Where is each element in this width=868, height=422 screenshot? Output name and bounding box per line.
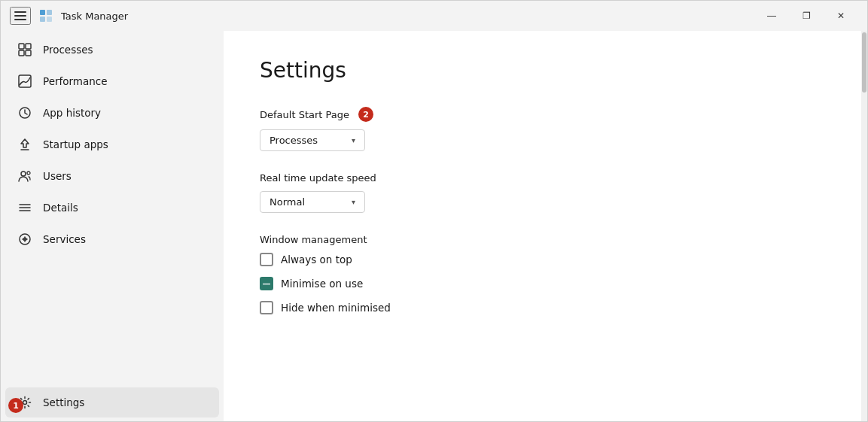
sidebar: Processes Performance: [1, 31, 224, 421]
sidebar-item-startup-apps[interactable]: Startup apps: [5, 129, 219, 159]
hide-when-minimised-row: Hide when minimised: [260, 301, 831, 314]
default-start-page-badge: 2: [358, 107, 373, 122]
titlebar-left: Task Manager: [10, 7, 754, 25]
performance-icon: [17, 74, 32, 89]
settings-badge: 1: [8, 398, 23, 413]
sidebar-item-app-history[interactable]: App history: [5, 98, 219, 128]
svg-rect-2: [40, 17, 45, 22]
sidebar-label-settings: Settings: [43, 396, 84, 408]
svg-rect-0: [40, 10, 45, 15]
content: Processes Performance: [1, 31, 867, 421]
titlebar: Task Manager — ❐ ✕: [1, 1, 867, 31]
sidebar-label-app-history: App history: [43, 107, 101, 119]
default-start-page-section: Default Start Page 2 Processes ▾: [260, 107, 831, 151]
hide-when-minimised-label: Hide when minimised: [281, 302, 391, 314]
default-start-page-dropdown[interactable]: Processes ▾: [260, 129, 365, 151]
window: Task Manager — ❐ ✕ Processes: [0, 0, 868, 422]
scrollbar-track[interactable]: [861, 31, 867, 421]
startup-icon: [17, 137, 32, 152]
svg-rect-7: [26, 50, 31, 56]
badge-2-container: 2: [355, 107, 373, 122]
minimise-on-use-label: Minimise on use: [281, 278, 363, 290]
chevron-down-icon: ▾: [352, 136, 355, 144]
scrollbar-thumb[interactable]: [862, 32, 866, 93]
users-icon: [17, 168, 32, 184]
sidebar-label-processes: Processes: [43, 44, 93, 56]
hide-when-minimised-checkbox[interactable]: [260, 301, 273, 314]
sidebar-item-settings[interactable]: Settings 1: [5, 387, 219, 417]
svg-rect-4: [19, 44, 24, 49]
sidebar-label-performance: Performance: [43, 75, 108, 87]
window-management-section: Window management Always on top Minimise…: [260, 234, 831, 314]
svg-point-12: [27, 172, 30, 175]
real-time-update-dropdown[interactable]: Normal ▾: [260, 191, 365, 213]
sidebar-label-services: Services: [43, 233, 86, 245]
svg-rect-8: [19, 75, 31, 87]
always-on-top-checkbox[interactable]: [260, 253, 273, 266]
sidebar-label-users: Users: [43, 170, 72, 182]
svg-rect-6: [19, 50, 24, 56]
maximize-button[interactable]: ❐: [789, 4, 824, 28]
main-content: Settings Default Start Page 2 Processes …: [224, 31, 867, 421]
svg-rect-5: [26, 44, 31, 49]
sidebar-label-details: Details: [43, 202, 78, 214]
minimise-on-use-row: Minimise on use: [260, 277, 831, 290]
real-time-update-label: Real time update speed: [260, 172, 831, 184]
chevron-down-icon-2: ▾: [352, 198, 355, 206]
services-icon: [17, 232, 32, 247]
sidebar-item-details[interactable]: Details: [5, 193, 219, 223]
hamburger-button[interactable]: [10, 7, 31, 25]
default-start-page-label: Default Start Page 2: [260, 107, 831, 122]
app-icon: [38, 8, 53, 23]
close-button[interactable]: ✕: [824, 4, 858, 28]
minimise-on-use-checkbox[interactable]: [260, 277, 273, 290]
svg-rect-1: [47, 10, 52, 15]
processes-icon: [17, 42, 32, 57]
titlebar-controls: — ❐ ✕: [754, 4, 858, 28]
sidebar-label-startup-apps: Startup apps: [43, 138, 108, 150]
app-history-icon: [17, 105, 32, 120]
svg-rect-3: [47, 17, 52, 22]
details-icon: [17, 200, 32, 215]
svg-point-11: [21, 172, 26, 176]
sidebar-item-users[interactable]: Users: [5, 161, 219, 191]
page-title: Settings: [260, 58, 831, 83]
sidebar-item-services[interactable]: Services: [5, 224, 219, 254]
always-on-top-label: Always on top: [281, 254, 352, 266]
window-management-label: Window management: [260, 234, 831, 245]
real-time-update-section: Real time update speed Normal ▾: [260, 172, 831, 213]
minimize-button[interactable]: —: [754, 4, 789, 28]
svg-point-17: [23, 401, 27, 405]
sidebar-item-processes[interactable]: Processes: [5, 35, 219, 65]
always-on-top-row: Always on top: [260, 253, 831, 266]
window-title: Task Manager: [61, 11, 128, 22]
sidebar-item-performance[interactable]: Performance: [5, 66, 219, 96]
